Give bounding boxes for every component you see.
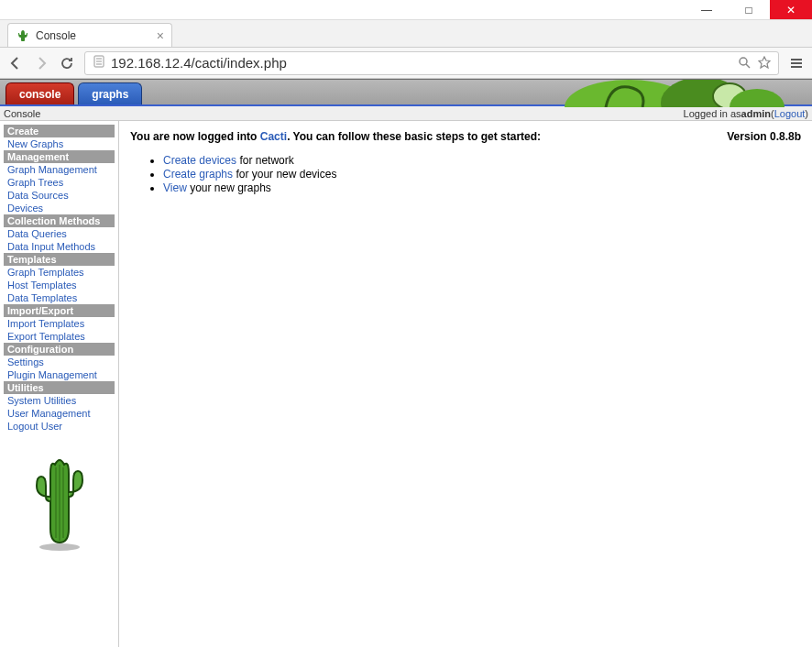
content-area: You are now logged into Cacti. You can f… (119, 121, 812, 647)
browser-nav-bar (0, 48, 812, 79)
back-icon[interactable] (7, 55, 24, 71)
cacti-link[interactable]: Cacti (260, 130, 287, 143)
sidebar-section-utilities: Utilities (4, 381, 115, 394)
sidebar-item-user-management[interactable]: User Management (4, 407, 115, 420)
menu-icon[interactable] (788, 55, 805, 71)
getting-started-steps: Create devices for network Create graphs… (163, 154, 801, 194)
list-item: Create devices for network (163, 154, 801, 167)
view-graphs-link[interactable]: View (163, 181, 187, 194)
sidebar-item-devices[interactable]: Devices (4, 202, 115, 214)
sidebar: Create New Graphs Management Graph Manag… (0, 121, 119, 647)
address-bar[interactable] (84, 51, 779, 75)
welcome-message: You are now logged into Cacti. You can f… (130, 130, 708, 143)
window-close[interactable]: ✕ (770, 0, 812, 19)
zoom-icon[interactable] (738, 56, 751, 71)
sidebar-section-create: Create (4, 125, 115, 137)
info-bar: Console Logged in as admin ( Logout ) (0, 106, 812, 121)
sidebar-item-graph-templates[interactable]: Graph Templates (4, 266, 115, 279)
window-minimize[interactable]: — (686, 0, 728, 19)
version-label: Version 0.8.8b (727, 130, 801, 143)
sidebar-section-collection: Collection Methods (4, 214, 115, 227)
header-art (555, 80, 794, 107)
sidebar-section-import-export: Import/Export (4, 304, 115, 317)
cacti-header: console graphs (0, 79, 812, 106)
url-input[interactable] (111, 55, 732, 71)
browser-tab-title: Console (36, 29, 151, 42)
cacti-favicon (16, 28, 30, 43)
sidebar-item-logout-user[interactable]: Logout User (4, 420, 115, 433)
sidebar-section-configuration: Configuration (4, 343, 115, 356)
forward-icon[interactable] (33, 55, 49, 71)
browser-tab[interactable]: Console × (7, 23, 172, 47)
sidebar-item-graph-management[interactable]: Graph Management (4, 163, 115, 176)
sidebar-item-data-queries[interactable]: Data Queries (4, 227, 115, 240)
sidebar-item-data-sources[interactable]: Data Sources (4, 189, 115, 202)
sidebar-item-import-templates[interactable]: Import Templates (4, 317, 115, 330)
sidebar-item-plugin-management[interactable]: Plugin Management (4, 368, 115, 381)
reload-icon[interactable] (59, 55, 75, 71)
svg-point-4 (740, 58, 747, 65)
window-controls: — □ ✕ (0, 0, 812, 20)
sidebar-item-export-templates[interactable]: Export Templates (4, 330, 115, 343)
sidebar-section-templates: Templates (4, 253, 115, 266)
list-item: View your new graphs (163, 181, 801, 194)
sidebar-item-data-templates[interactable]: Data Templates (4, 291, 115, 304)
logged-in-user: admin (741, 108, 771, 119)
create-graphs-link[interactable]: Create graphs (163, 168, 233, 181)
logout-link[interactable]: Logout (774, 108, 806, 119)
tab-graphs[interactable]: graphs (78, 82, 142, 104)
window-maximize[interactable]: □ (728, 0, 770, 19)
sidebar-item-data-input[interactable]: Data Input Methods (4, 240, 115, 253)
logged-in-text: Logged in as (684, 108, 741, 119)
sidebar-section-management: Management (4, 150, 115, 163)
main-layout: Create New Graphs Management Graph Manag… (0, 121, 812, 647)
sidebar-item-new-graphs[interactable]: New Graphs (4, 137, 115, 150)
bookmark-icon[interactable] (758, 56, 771, 71)
breadcrumb: Console (4, 108, 40, 119)
svg-line-5 (746, 64, 750, 68)
create-devices-link[interactable]: Create devices (163, 154, 236, 167)
sidebar-item-graph-trees[interactable]: Graph Trees (4, 176, 115, 189)
browser-tab-strip: Console × (0, 20, 812, 48)
svg-point-16 (39, 543, 80, 551)
sidebar-item-system-utilities[interactable]: System Utilities (4, 394, 115, 407)
page-icon (93, 55, 105, 71)
cactus-logo (4, 451, 115, 552)
sidebar-item-host-templates[interactable]: Host Templates (4, 279, 115, 291)
tab-console[interactable]: console (5, 82, 74, 104)
sidebar-item-settings[interactable]: Settings (4, 356, 115, 368)
browser-tab-close[interactable]: × (157, 28, 164, 43)
list-item: Create graphs for your new devices (163, 168, 801, 181)
